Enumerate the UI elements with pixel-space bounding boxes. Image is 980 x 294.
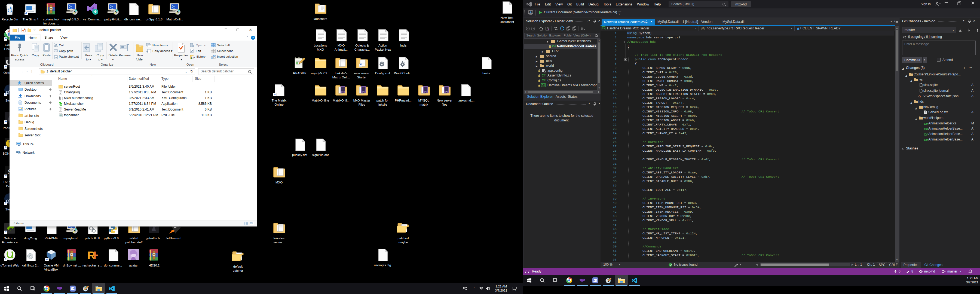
- svg-text:?: ?: [252, 36, 254, 40]
- svg-text:6: 6: [515, 289, 516, 291]
